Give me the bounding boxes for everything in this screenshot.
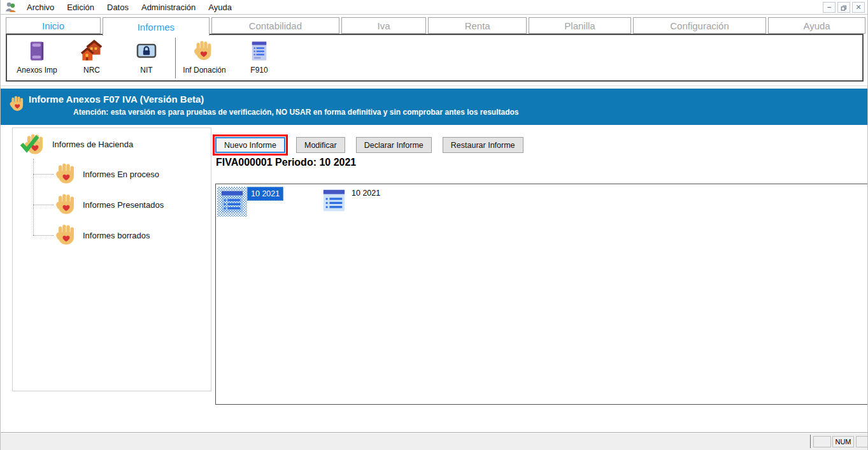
restore-button[interactable] <box>837 2 850 13</box>
hand-heart-icon <box>55 192 79 217</box>
window-controls: – ✕ <box>823 2 865 13</box>
hand-heart-icon <box>9 92 27 115</box>
tree-node-informes-en-proceso[interactable]: Informes En proceso <box>83 170 159 179</box>
report-item-label[interactable]: 10 2021 <box>247 187 283 201</box>
tab-configuracion[interactable]: Configuración <box>633 17 766 34</box>
report-item-selected[interactable] <box>217 187 247 217</box>
tree-connector <box>33 174 53 175</box>
separator-line <box>1 85 867 86</box>
tree-connector <box>33 235 53 236</box>
close-icon: ✕ <box>855 3 861 11</box>
tab-inicio[interactable]: Inicio <box>6 17 101 34</box>
houses-icon <box>80 40 103 62</box>
banner-title: Informe Anexos F07 IVA (Versión Beta) <box>29 94 204 105</box>
toolbar-separator <box>175 38 176 78</box>
hand-heart-icon <box>55 161 79 187</box>
application-window: Archivo Edición Datos Administración Ayu… <box>0 0 868 450</box>
tree-node-informes-borrados[interactable]: Informes borrados <box>83 231 150 240</box>
report-item-label[interactable]: 10 2021 <box>348 187 383 200</box>
tree-connector <box>33 159 34 235</box>
action-button-row: Nuevo Informe Modificar Declarar Informe… <box>213 134 523 156</box>
tree-connector <box>33 205 53 205</box>
screen-lock-icon <box>135 40 158 62</box>
tab-ayuda[interactable]: Ayuda <box>768 17 865 34</box>
restore-icon <box>840 4 848 11</box>
tool-anexos-imp[interactable]: Anexos Imp <box>10 38 64 78</box>
minimize-icon: – <box>827 3 831 11</box>
report-tree-panel: Informes de Hacienda Informes En proceso… <box>12 127 211 391</box>
declarar-informe-button[interactable]: Declarar Informe <box>356 137 432 153</box>
minimize-button[interactable]: – <box>823 2 836 13</box>
form-document-icon <box>248 40 271 62</box>
restaurar-informe-button[interactable]: Restaurar Informe <box>443 137 523 153</box>
banner-warning: Atención: esta versión es para pruebas d… <box>73 108 519 117</box>
tool-inf-donacion[interactable]: Inf Donación <box>177 38 232 78</box>
menu-ayuda[interactable]: Ayuda <box>202 1 238 13</box>
red-highlight-annotation: Nuevo Informe <box>213 134 288 156</box>
menu-administracion[interactable]: Administración <box>135 1 202 13</box>
modificar-button[interactable]: Modificar <box>296 137 345 153</box>
tool-nit[interactable]: NIT <box>119 38 174 78</box>
report-list-area: 10 2021 10 2021 <box>215 184 868 405</box>
tool-f910[interactable]: F910 <box>232 38 287 78</box>
tool-label: Anexos Imp <box>17 66 57 75</box>
menu-datos[interactable]: Datos <box>101 1 135 13</box>
menu-edicion[interactable]: Edición <box>60 1 101 13</box>
green-check-icon <box>18 133 41 154</box>
report-item[interactable] <box>319 185 349 215</box>
menu-archivo[interactable]: Archivo <box>20 1 60 13</box>
tab-contabilidad[interactable]: Contabilidad <box>211 17 339 34</box>
status-bar: NUM <box>1 432 867 450</box>
hand-heart-icon <box>193 40 216 62</box>
tab-informes[interactable]: Informes <box>103 17 210 36</box>
tool-nrc[interactable]: NRC <box>64 38 119 78</box>
report-document-icon <box>219 189 245 215</box>
ribbon-toolbar: Anexos Imp NRC NIT Inf Donación F910 <box>6 34 864 82</box>
ribbon-tabs: Inicio Informes Contabilidad Iva Renta P… <box>6 17 867 34</box>
purple-book-icon <box>25 40 48 62</box>
tree-node-informes-de-hacienda[interactable]: Informes de Hacienda <box>52 140 133 149</box>
tool-label: NRC <box>83 66 100 75</box>
tab-renta[interactable]: Renta <box>428 17 527 34</box>
tool-label: Inf Donación <box>183 66 225 75</box>
hand-heart-icon <box>55 222 79 248</box>
report-document-icon <box>321 187 347 214</box>
tree-node-informes-presentados[interactable]: Informes Presentados <box>83 200 164 210</box>
tab-planilla[interactable]: Planilla <box>529 17 631 34</box>
status-bar-separator <box>810 435 811 448</box>
report-period-header: FIVA000001 Periodo: 10 2021 <box>216 157 356 168</box>
tab-iva[interactable]: Iva <box>341 17 426 34</box>
menu-bar: Archivo Edición Datos Administración Ayu… <box>1 0 867 15</box>
status-cell-num: NUM <box>832 436 854 447</box>
tool-label: F910 <box>250 66 267 75</box>
status-cell-empty <box>813 436 831 447</box>
close-button[interactable]: ✕ <box>852 2 865 13</box>
tool-label: NIT <box>140 66 152 75</box>
status-cell-empty <box>856 436 868 447</box>
module-banner: Informe Anexos F07 IVA (Versión Beta) At… <box>1 89 867 125</box>
nuevo-informe-button[interactable]: Nuevo Informe <box>215 137 285 153</box>
app-icon <box>5 1 17 13</box>
